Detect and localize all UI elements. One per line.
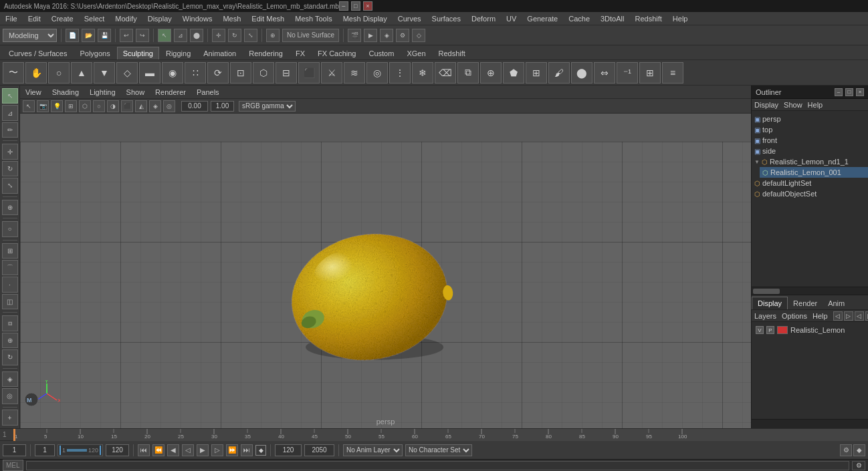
minimize-button[interactable]: – [339,1,348,11]
next-key-btn[interactable]: ⏩ [226,444,238,456]
expand-btn[interactable]: + [2,410,18,425]
shelf-icon-push[interactable]: ▲ [71,62,92,84]
menu-edit[interactable]: Edit [25,13,43,24]
menu-windows[interactable]: Windows [180,13,215,24]
max-frames-input[interactable] [275,444,302,456]
max-end-input[interactable] [304,444,334,456]
tab-animation[interactable]: Animation [197,47,242,59]
vp-light-icon[interactable]: 💡 [51,100,63,112]
tab-xgen[interactable]: XGen [401,47,431,59]
vp-select-icon[interactable]: ↖ [23,100,35,112]
auto-key-btn[interactable]: ◆ [255,445,266,456]
menu-uv[interactable]: UV [504,13,519,24]
shelf-icon-subdivide[interactable]: ⊞ [639,62,661,84]
tab-rigging[interactable]: Rigging [160,47,197,59]
shelf-icon-flood[interactable]: ≡ [662,62,683,84]
menu-mesh-tools[interactable]: Mesh Tools [292,13,334,24]
outliner-close-btn[interactable]: × [856,88,864,96]
step-back-btn[interactable]: ◀ [167,444,179,456]
mel-input[interactable] [26,461,849,470]
paint-select-icon[interactable]: ⬤ [190,29,203,42]
show-manip-btn[interactable]: ⊕ [2,200,18,215]
camera-zoom-btn[interactable]: ⊕ [2,333,18,348]
render-settings-icon[interactable]: ⚙ [396,29,409,42]
set-key-btn[interactable]: ◆ [853,444,865,456]
outliner-menu-help[interactable]: Help [808,101,823,109]
shelf-icon-flatten[interactable]: ▬ [139,62,160,84]
menu-create[interactable]: Create [49,13,76,24]
vp-texture-icon[interactable]: ⬛ [121,100,133,112]
vp-menu-panels[interactable]: Panels [194,87,222,98]
goto-start-btn[interactable]: ⏮ [138,444,150,456]
cb-menu-layers[interactable]: Layers [754,312,776,320]
shelf-icon-project[interactable]: ⬟ [503,62,524,84]
shelf-icon-wax[interactable]: ⬡ [253,62,274,84]
vp-menu-shading[interactable]: Shading [49,87,82,98]
vp-scale-input[interactable] [211,101,234,112]
cb-next2-btn[interactable]: ▷ [865,311,868,321]
tab-rendering[interactable]: Rendering [243,47,289,59]
mode-selector[interactable]: Modeling Rigging Animation FX Rendering [3,29,57,42]
shelf-icon-knife[interactable]: ⚔ [321,62,342,84]
soft-select-btn[interactable]: ○ [2,221,18,237]
undo-icon[interactable]: ↩ [120,29,133,42]
tab-fx[interactable]: FX [290,47,311,59]
tab-render[interactable]: Render [788,297,823,309]
select-tool-icon[interactable]: ↖ [158,29,171,42]
menu-file[interactable]: File [3,13,20,24]
menu-redshift[interactable]: Redshift [632,13,664,24]
vp-value-input[interactable] [181,101,208,112]
character-selector[interactable]: No Character Set [405,444,472,456]
lasso-icon[interactable]: ⊿ [174,29,187,42]
shelf-icon-foamy[interactable]: ◉ [162,62,183,84]
vp-menu-lighting[interactable]: Lighting [87,87,118,98]
rotate-icon[interactable]: ↻ [228,29,241,42]
menu-select[interactable]: Select [82,13,108,24]
outliner-item-top[interactable]: ▣ top [752,124,868,135]
outliner-item-light-set[interactable]: ⬡ defaultLightSet [752,178,868,188]
render-seq-icon[interactable]: ▶ [364,29,377,42]
vp-shadow-icon[interactable]: ◭ [135,100,147,112]
display-toggle-btn[interactable]: ◈ [2,371,18,387]
cb-prev-btn[interactable]: ◁ [833,311,843,321]
isolate-btn[interactable]: ◎ [2,388,18,404]
vp-isolate-icon[interactable]: ◎ [163,100,175,112]
shelf-icon-imprint[interactable]: ⊡ [230,62,251,84]
viewport-3d[interactable]: persp X Y Z [20,114,751,428]
shelf-icon-bulge[interactable]: ◎ [366,62,388,84]
vp-smooth-icon[interactable]: ○ [93,100,105,112]
mel-label[interactable]: MEL [3,460,23,471]
camera-orbit-btn[interactable]: ↻ [2,349,18,365]
paint-tool-btn[interactable]: ✏ [2,122,18,138]
tab-custom[interactable]: Custom [363,47,401,59]
shelf-icon-smear[interactable]: ≋ [344,62,365,84]
shelf-icon-repeat[interactable]: ⟳ [207,62,229,84]
menu-deform[interactable]: Deform [469,13,498,24]
tab-curves-surfaces[interactable]: Curves / Surfaces [3,47,73,59]
hypershade-icon[interactable]: ◇ [412,29,425,42]
shelf-icon-erase[interactable]: ⌫ [435,62,456,84]
range-end-input[interactable] [106,444,129,456]
timeline-track[interactable]: 1 5 10 15 20 25 30 35 40 [13,429,868,441]
shelf-icon-grab[interactable]: ✋ [25,62,47,84]
shelf-icon-scrape[interactable]: ⊟ [276,62,297,84]
play-back-btn[interactable]: ◁ [182,444,194,456]
menu-curves[interactable]: Curves [395,13,424,24]
range-fill[interactable] [67,449,87,452]
shelf-icon-stamp[interactable]: ⊕ [480,62,502,84]
vp-shading-icon[interactable]: ◑ [107,100,119,112]
snap-view-btn[interactable]: ◫ [2,294,18,309]
menu-3dto[interactable]: 3DtoAll [598,13,627,24]
cb-next-btn[interactable]: ▷ [844,311,853,321]
vp-menu-view[interactable]: View [23,87,44,98]
vp-menu-show[interactable]: Show [124,87,148,98]
h-scroll-thumb[interactable] [753,289,780,294]
redo-icon[interactable]: ↪ [136,29,149,42]
outliner-item-front[interactable]: ▣ front [752,135,868,146]
tab-sculpting[interactable]: Sculpting [117,47,159,59]
snap-curve-btn[interactable]: ⌒ [2,260,18,275]
shelf-icon-fill[interactable]: ⬛ [298,62,320,84]
anim-layer-selector[interactable]: No Anim Layer [343,444,403,456]
range-bar[interactable]: 1 120 [58,444,103,456]
camera-pan-btn[interactable]: ⧈ [2,315,18,331]
